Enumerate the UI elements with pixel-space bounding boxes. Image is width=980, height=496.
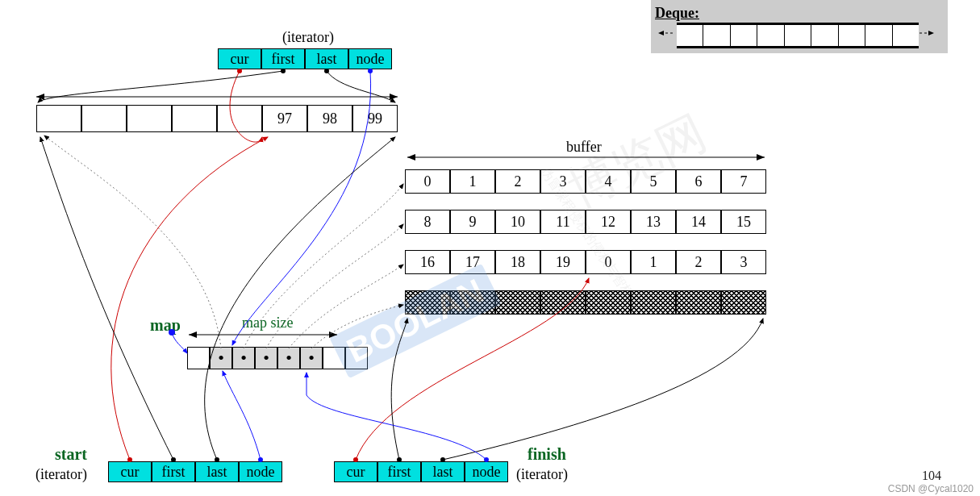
credit: CSDN @Cycal1020: [888, 483, 974, 494]
start-iter-node: node: [239, 461, 282, 482]
deque-seg: [839, 25, 865, 46]
buf-cell: 2: [495, 169, 540, 194]
buf-cell: 0: [405, 169, 450, 194]
start-iter-last: last: [195, 461, 239, 482]
map-size-label: map size: [242, 315, 293, 331]
buffer-row-2: 16 17 18 19 0 1 2 3: [405, 250, 766, 274]
deque-seg: [677, 25, 703, 46]
watermark-brand-en: BOOLAN: [329, 264, 501, 378]
top-iter-first: first: [261, 48, 305, 69]
buf-cell: 99: [352, 105, 398, 132]
start-iter-cur: cur: [108, 461, 152, 482]
buf-cell-hatched: [721, 290, 766, 315]
buf-cell: 9: [450, 210, 495, 234]
buf-cell-hatched: [495, 290, 540, 315]
buf-cell: 15: [721, 210, 766, 234]
start-iterator-row: cur first last node: [108, 461, 282, 482]
deque-seg: [811, 25, 838, 46]
map-label: map: [150, 316, 181, 335]
buf-cell: 1: [450, 169, 495, 194]
buf-cell-hatched: [540, 290, 586, 315]
page-number: 104: [922, 469, 941, 483]
deque-seg: [865, 25, 892, 46]
top-iterator-row: cur first last node: [218, 48, 392, 69]
buf-cell-hatched: [676, 290, 721, 315]
top-iter-cur: cur: [218, 48, 261, 69]
buf-cell: 8: [405, 210, 450, 234]
iterator-title: (iterator): [282, 29, 334, 46]
arrows-overlay: [0, 0, 980, 496]
finish-label: finish: [528, 445, 566, 464]
deque-seg: [731, 25, 757, 46]
map-cell: •: [255, 347, 277, 369]
watermark-brand: 博览网: [557, 101, 716, 223]
deque-seg: [785, 25, 811, 46]
buf-cell: 7: [721, 169, 766, 194]
buf-cell-hatched: [36, 105, 81, 132]
buf-cell: 19: [540, 250, 586, 274]
finish-iterator-row: cur first last node: [334, 461, 508, 482]
buf-cell: 10: [495, 210, 540, 234]
map-cell: •: [232, 347, 255, 369]
buf-cell-hatched: [127, 105, 172, 132]
buf-cell: 98: [307, 105, 352, 132]
deque-seg: [757, 25, 784, 46]
map-cell: •: [300, 347, 323, 369]
deque-strip: [677, 23, 919, 48]
deque-seg: [893, 25, 919, 46]
finish-sub: (iterator): [516, 466, 568, 483]
top-iter-last: last: [305, 48, 348, 69]
finish-iter-first: first: [377, 461, 421, 482]
start-sub: (iterator): [35, 466, 87, 483]
buf-cell: 2: [676, 250, 721, 274]
buf-cell: 13: [631, 210, 676, 234]
finish-iter-node: node: [465, 461, 508, 482]
start-iter-first: first: [152, 461, 195, 482]
buf-cell-hatched: [172, 105, 217, 132]
buf-cell: 1: [631, 250, 676, 274]
deque-seg: [703, 25, 730, 46]
buf-cell: 18: [495, 250, 540, 274]
deque-mini-figure: Deque:: [651, 0, 948, 53]
top-iter-node: node: [348, 48, 392, 69]
top-buffer: 97 98 99: [36, 105, 398, 132]
map-cell: •: [277, 347, 300, 369]
buf-cell-hatched: [81, 105, 127, 132]
start-label: start: [55, 445, 87, 464]
map-cell: •: [210, 347, 232, 369]
deque-label: Deque:: [655, 5, 699, 22]
finish-iter-cur: cur: [334, 461, 377, 482]
buf-cell: 97: [262, 105, 307, 132]
buf-cell: 3: [721, 250, 766, 274]
buf-cell-hatched: [217, 105, 262, 132]
buf-cell: 16: [405, 250, 450, 274]
buf-cell: 14: [676, 210, 721, 234]
finish-iter-last: last: [421, 461, 465, 482]
map-cell: [187, 347, 210, 369]
